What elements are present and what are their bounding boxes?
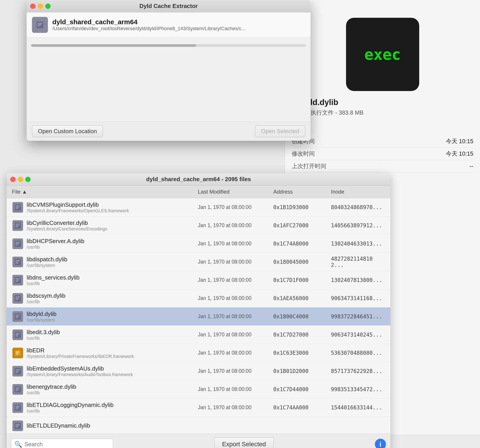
dialog-content bbox=[27, 37, 311, 122]
info-button[interactable]: i bbox=[375, 439, 386, 448]
file-name-stack: libdispatch.dylib /usr/lib/system bbox=[27, 256, 67, 268]
file-cell-inode: 9063473141168... bbox=[329, 294, 387, 303]
svg-rect-32 bbox=[15, 318, 18, 318]
file-cell-address: 0x1C7D27000 bbox=[271, 330, 329, 340]
file-cell-address: 0x1C63E3000 bbox=[271, 348, 329, 358]
file-icon bbox=[12, 256, 23, 268]
file-path: /usr/lib/system bbox=[27, 318, 56, 323]
svg-rect-27 bbox=[15, 298, 19, 299]
svg-rect-15 bbox=[15, 243, 19, 244]
table-row[interactable]: libdyld.dylib /usr/lib/system Jan 1, 197… bbox=[7, 307, 390, 326]
file-name-stack: libDHCPServer.A.dylib /usr/lib bbox=[27, 238, 84, 250]
table-row[interactable]: libdns_services.dylib /usr/lib Jan 1, 19… bbox=[7, 271, 390, 289]
svg-rect-19 bbox=[15, 261, 19, 262]
file-name: libEmbeddedSystemAUs.dylib bbox=[27, 365, 133, 372]
open-selected-button[interactable]: Open Selected bbox=[255, 125, 305, 137]
svg-rect-34 bbox=[15, 333, 20, 334]
svg-rect-54 bbox=[15, 424, 20, 425]
info-file-type: Unix 可执行文件 - 383.8 MB bbox=[292, 109, 473, 116]
file-cell-name: libDHCPServer.A.dylib /usr/lib bbox=[10, 236, 196, 252]
file-list-minimize-button[interactable] bbox=[18, 177, 23, 182]
close-button[interactable] bbox=[30, 4, 35, 9]
file-name-stack: libenergytrace.dylib /usr/lib bbox=[27, 383, 76, 395]
file-icon bbox=[12, 402, 23, 413]
file-cell-inode: 1405663897912... bbox=[329, 221, 387, 231]
table-row[interactable]: libdscsym.dylib /usr/lib Jan 1, 1970 at … bbox=[7, 289, 390, 307]
file-path: /usr/lib bbox=[27, 336, 60, 341]
file-cell-name: libdyld.dylib /usr/lib/system bbox=[10, 309, 196, 324]
file-list-window: dyld_shared_cache_arm64 - 2095 files Fil… bbox=[7, 173, 390, 448]
file-list-maximize-button[interactable] bbox=[25, 177, 31, 182]
file-name-stack: libCVMSPluginSupport.dylib /System/Libra… bbox=[27, 201, 129, 213]
col-header-inode[interactable]: Inode bbox=[329, 186, 387, 198]
maximize-button[interactable] bbox=[45, 4, 50, 9]
file-cell-name: libEDR /System/Library/PrivateFrameworks… bbox=[10, 345, 196, 361]
col-header-last-modified[interactable]: Last Modified bbox=[196, 186, 271, 198]
table-row[interactable]: libenergytrace.dylib /usr/lib Jan 1, 197… bbox=[7, 380, 390, 398]
svg-rect-14 bbox=[15, 242, 20, 243]
file-cell-date: Jan 1, 1970 at 08:00:00 bbox=[196, 348, 271, 358]
dialog-header-text: dyld_shared_cache_arm64 /Users/crifan/de… bbox=[52, 18, 246, 31]
file-name-stack: libdns_services.dylib /usr/lib bbox=[27, 274, 79, 286]
table-row[interactable]: libEDR /System/Library/PrivateFrameworks… bbox=[7, 344, 390, 362]
file-name-stack: libCyrillicConverter.dylib /System/Libra… bbox=[27, 220, 107, 231]
file-name-stack: libEmbeddedSystemAUs.dylib /System/Libra… bbox=[27, 365, 133, 377]
svg-rect-12 bbox=[15, 226, 18, 227]
table-row[interactable]: libETLDIAGLoggingDynamic.dylib /usr/lib … bbox=[7, 398, 390, 417]
file-name: libdscsym.dylib bbox=[27, 292, 65, 299]
file-cell-date: Jan 1, 1970 at 08:00:00 bbox=[196, 239, 271, 248]
svg-rect-40 bbox=[16, 354, 18, 354]
file-cell-inode: 8571737622928... bbox=[329, 366, 387, 376]
file-cell-address: 0x1C74A8000 bbox=[271, 239, 329, 249]
dialog-title: Dyld Cache Extractor bbox=[140, 3, 198, 10]
file-cell-address: 0x1C7D1F000 bbox=[271, 275, 329, 285]
file-icon bbox=[12, 293, 23, 304]
svg-rect-6 bbox=[15, 206, 20, 206]
file-cell-inode: 8040324868970... bbox=[329, 202, 387, 212]
table-row[interactable]: libCVMSPluginSupport.dylib /System/Libra… bbox=[7, 198, 390, 217]
table-row[interactable]: libedit.3.dylib /usr/lib Jan 1, 1970 at … bbox=[7, 326, 390, 344]
file-path: /usr/lib bbox=[27, 408, 113, 414]
svg-rect-26 bbox=[15, 296, 20, 297]
info-created-row: 创建时间 今天 10:15 bbox=[292, 135, 473, 148]
list-footer: 🔍 Export Selected i bbox=[7, 434, 390, 448]
table-row[interactable]: libETLDLEDynamic.dylib bbox=[7, 417, 390, 434]
info-modified-row: 修改时间 今天 10:15 bbox=[292, 148, 473, 160]
file-list-close-button[interactable] bbox=[10, 177, 15, 182]
file-cell-date: Jan 1, 1970 at 08:00:00 bbox=[196, 366, 271, 376]
file-name: libDHCPServer.A.dylib bbox=[27, 238, 84, 245]
file-path: /System/Library/PrivateFrameworks/libEDR… bbox=[27, 354, 134, 359]
window-controls bbox=[30, 4, 50, 9]
file-path: /usr/lib bbox=[27, 281, 79, 286]
file-cell-name: libdscsym.dylib /usr/lib bbox=[10, 291, 196, 306]
col-header-address[interactable]: Address bbox=[271, 186, 329, 198]
file-list-titlebar: dyld_shared_cache_arm64 - 2095 files bbox=[7, 173, 390, 186]
file-cell-inode: 9063473140245... bbox=[329, 330, 387, 340]
file-cell-inode: 1302407813800... bbox=[329, 275, 387, 285]
export-selected-button[interactable]: Export Selected bbox=[214, 437, 274, 448]
table-row[interactable]: libDHCPServer.A.dylib /usr/lib Jan 1, 19… bbox=[7, 235, 390, 253]
dialog-filepath: /Users/crifan/dev/dev_root/iosReverse/dy… bbox=[52, 26, 246, 31]
file-cell-inode: 1544016633144... bbox=[329, 403, 387, 412]
file-cell-inode: 1302404633013... bbox=[329, 239, 387, 249]
file-cell-address: 0x1B01D2000 bbox=[271, 366, 329, 376]
table-row[interactable]: libCyrillicConverter.dylib /System/Libra… bbox=[7, 217, 390, 235]
dialog-filename: dyld_shared_cache_arm64 bbox=[52, 18, 246, 26]
search-input[interactable] bbox=[24, 441, 110, 448]
search-box[interactable]: 🔍 bbox=[11, 439, 113, 448]
minimize-button[interactable] bbox=[38, 4, 43, 9]
open-custom-location-button[interactable]: Open Custom Location bbox=[32, 125, 103, 137]
file-list-window-controls bbox=[10, 177, 31, 182]
file-cell-address: 0x1AFC27000 bbox=[271, 221, 329, 231]
svg-rect-10 bbox=[15, 224, 20, 224]
file-cell-name: libenergytrace.dylib /usr/lib bbox=[10, 382, 196, 397]
table-row[interactable]: libdispatch.dylib /usr/lib/system Jan 1,… bbox=[7, 253, 390, 271]
svg-rect-46 bbox=[15, 388, 20, 388]
progress-bar bbox=[31, 44, 306, 47]
col-header-file[interactable]: File ▲ bbox=[10, 186, 196, 198]
file-icon bbox=[12, 420, 23, 432]
info-modified-label: 修改时间 bbox=[292, 150, 315, 158]
info-file-name: libdyld.dylib bbox=[292, 98, 473, 107]
table-row[interactable]: libEmbeddedSystemAUs.dylib /System/Libra… bbox=[7, 362, 390, 380]
svg-rect-44 bbox=[15, 372, 18, 373]
